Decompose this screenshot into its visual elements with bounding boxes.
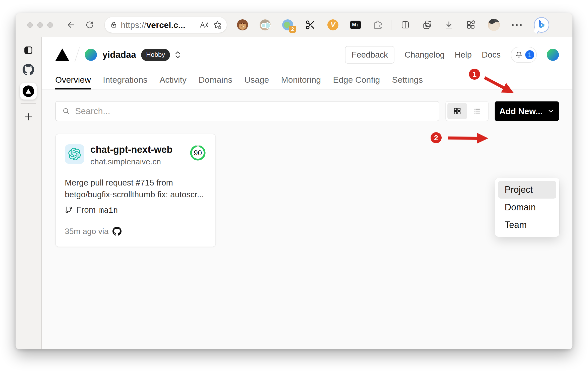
close-window-button[interactable] — [27, 22, 33, 28]
apps-button[interactable] — [466, 20, 476, 30]
monkey-art — [237, 19, 248, 30]
tab-settings[interactable]: Settings — [392, 70, 423, 89]
video-extension-icon[interactable]: V — [327, 19, 339, 31]
vercel-content: Add New... chat-gpt-next-web chat.simple… — [42, 89, 572, 349]
project-name: chat-gpt-next-web — [90, 144, 189, 155]
branch-name: main — [99, 205, 118, 214]
avatar-extension-icon[interactable] — [259, 19, 271, 31]
project-domain[interactable]: chat.simplenaive.cn — [90, 157, 189, 166]
vercel-header: yidadaa Hobby Feedback Changelog Help Do… — [42, 37, 572, 89]
read-aloud-icon[interactable] — [199, 20, 209, 29]
search-box — [55, 101, 439, 121]
grid-view-button[interactable] — [447, 103, 467, 119]
commit-message: Merge pull request #715 from betgo/bugfi… — [65, 177, 206, 201]
tab-overview[interactable]: Overview — [55, 70, 91, 89]
tab-domains[interactable]: Domains — [199, 70, 232, 89]
url-scheme: https:// — [121, 20, 146, 30]
github-icon — [23, 64, 34, 75]
menu-item-domain[interactable]: Domain — [498, 199, 556, 216]
score-value: 90 — [189, 144, 206, 161]
tab-usage[interactable]: Usage — [244, 70, 269, 89]
vercel-favicon — [23, 85, 34, 97]
search-input[interactable] — [75, 106, 432, 116]
downloads-button[interactable] — [444, 20, 454, 30]
toolbar-divider — [391, 20, 391, 30]
browser-toolbar: https://vercel.c... 2 V M↓ — [16, 13, 572, 37]
browser-window: https://vercel.c... 2 V M↓ — [16, 13, 572, 349]
url-host: vercel.c... — [146, 20, 185, 30]
new-tab-button[interactable] — [24, 112, 33, 122]
team-switcher-chevrons[interactable] — [174, 50, 181, 59]
vc-extension-label: V — [327, 19, 338, 30]
minimize-window-button[interactable] — [37, 22, 43, 28]
team-avatar[interactable] — [85, 49, 97, 61]
address-bar[interactable]: https://vercel.c... — [105, 17, 227, 33]
split-screen-button[interactable] — [400, 20, 410, 30]
puzzle-glyph — [373, 19, 384, 30]
branch-label: From — [76, 205, 96, 215]
bing-chat-button[interactable] — [534, 17, 549, 33]
tab-activity[interactable]: Activity — [159, 70, 187, 89]
chevron-down-icon — [548, 108, 554, 114]
toolbar-right-icons — [400, 17, 549, 33]
tab-edge-config[interactable]: Edge Config — [333, 70, 380, 89]
score-ring: 90 — [189, 144, 206, 161]
changelog-link[interactable]: Changelog — [404, 50, 445, 60]
bell-icon — [515, 51, 523, 59]
grandma-art — [260, 19, 271, 30]
help-link[interactable]: Help — [455, 50, 472, 60]
back-arrow-icon — [66, 20, 76, 30]
vercel-page: yidadaa Hobby Feedback Changelog Help Do… — [42, 37, 572, 349]
github-tab-button[interactable] — [23, 64, 34, 75]
openai-logo-icon — [68, 148, 81, 160]
vercel-tab-active[interactable] — [20, 83, 37, 100]
tab-panel-button[interactable] — [23, 45, 33, 55]
list-view-button[interactable] — [467, 103, 487, 119]
notifications-button[interactable]: 1 — [511, 47, 537, 63]
git-branch-icon — [65, 206, 73, 214]
favorite-star-icon[interactable] — [213, 20, 222, 30]
breadcrumb-slash — [74, 47, 80, 62]
annotation-step-1-badge: 1 — [469, 69, 480, 80]
scissors-extension-icon[interactable] — [305, 19, 316, 31]
tab-integrations[interactable]: Integrations — [103, 70, 148, 89]
collections-button[interactable] — [422, 20, 432, 30]
refresh-button[interactable] — [85, 20, 95, 30]
github-source-icon — [112, 227, 122, 236]
url-text: https://vercel.c... — [121, 20, 196, 30]
vercel-triangle-icon — [25, 88, 31, 94]
project-icon — [65, 144, 84, 164]
user-avatar[interactable] — [547, 49, 559, 61]
scissors-glyph — [305, 20, 316, 30]
recorder-extension-icon[interactable]: 2 — [282, 19, 293, 31]
vercel-logo[interactable] — [55, 49, 69, 61]
grid-view-icon — [453, 107, 461, 115]
markdown-extension-icon[interactable]: M↓ — [350, 19, 361, 31]
lock-icon — [110, 21, 117, 29]
refresh-icon — [85, 20, 94, 29]
list-view-icon — [473, 107, 481, 115]
monkey-extension-icon[interactable] — [237, 19, 248, 31]
zoom-window-button[interactable] — [47, 22, 53, 28]
profile-avatar[interactable] — [488, 19, 500, 31]
project-card[interactable]: chat-gpt-next-web chat.simplenaive.cn 90… — [55, 134, 216, 247]
menu-item-team[interactable]: Team — [498, 216, 556, 234]
view-toggle — [445, 101, 489, 121]
tab-monitoring[interactable]: Monitoring — [281, 70, 321, 89]
more-menu-button[interactable] — [512, 24, 522, 26]
menu-item-project[interactable]: Project — [498, 181, 556, 199]
add-new-button[interactable]: Add New... — [495, 101, 559, 121]
add-new-label: Add New... — [499, 106, 543, 116]
window-controls — [27, 22, 53, 28]
back-button[interactable] — [66, 20, 76, 30]
markdown-extension-label: M↓ — [350, 21, 361, 29]
vercel-tab-bar: Overview Integrations Activity Domains U… — [55, 70, 559, 89]
search-icon — [62, 107, 70, 115]
feedback-button[interactable]: Feedback — [345, 46, 394, 64]
extensions-puzzle-icon[interactable] — [372, 19, 384, 31]
plan-badge: Hobby — [141, 49, 170, 61]
bing-icon — [537, 20, 546, 30]
up-down-chevrons-icon — [174, 50, 181, 59]
docs-link[interactable]: Docs — [482, 50, 501, 60]
extension-icons: 2 V M↓ — [237, 19, 384, 31]
